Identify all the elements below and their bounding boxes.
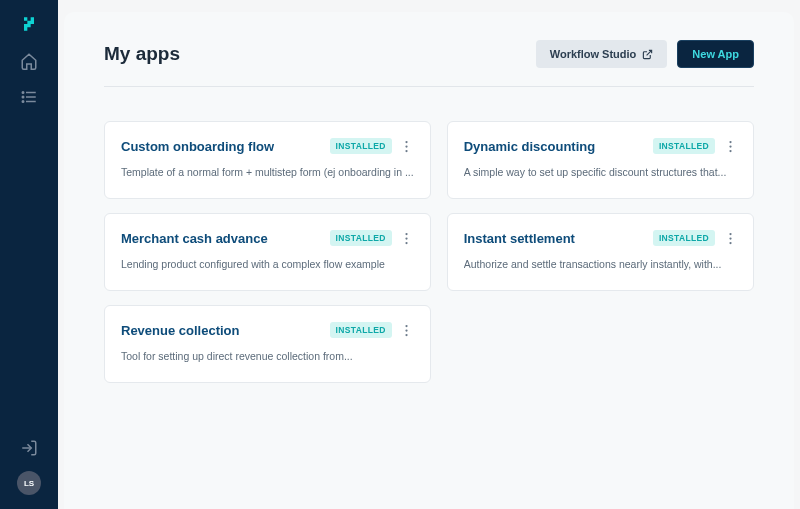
- more-icon[interactable]: [723, 230, 737, 246]
- svg-point-20: [406, 324, 408, 326]
- header: My apps Workflow Studio New App: [104, 40, 754, 87]
- app-card: Instant settlement INSTALLED Authorize a…: [447, 213, 754, 291]
- svg-point-10: [406, 149, 408, 151]
- svg-point-11: [729, 140, 731, 142]
- header-actions: Workflow Studio New App: [536, 40, 754, 68]
- workflow-studio-button[interactable]: Workflow Studio: [536, 40, 668, 68]
- svg-point-16: [406, 241, 408, 243]
- logo-icon[interactable]: [19, 14, 39, 34]
- app-desc: A simple way to set up specific discount…: [464, 166, 737, 178]
- app-desc: Lending product configured with a comple…: [121, 258, 414, 270]
- app-title[interactable]: Revenue collection: [121, 323, 322, 338]
- avatar[interactable]: LS: [17, 471, 41, 495]
- app-desc: Template of a normal form + multistep fo…: [121, 166, 414, 178]
- svg-point-21: [406, 329, 408, 331]
- svg-point-3: [22, 92, 24, 94]
- sidebar: LS: [0, 0, 58, 509]
- app-card: Dynamic discounting INSTALLED A simple w…: [447, 121, 754, 199]
- app-card: Merchant cash advance INSTALLED Lending …: [104, 213, 431, 291]
- svg-point-4: [22, 96, 24, 98]
- svg-point-22: [406, 333, 408, 335]
- app-title[interactable]: Merchant cash advance: [121, 231, 322, 246]
- logout-icon[interactable]: [20, 439, 38, 457]
- app-title[interactable]: Custom onboarding flow: [121, 139, 322, 154]
- svg-point-18: [729, 237, 731, 239]
- installed-badge: INSTALLED: [330, 230, 392, 246]
- more-icon[interactable]: [400, 322, 414, 338]
- installed-badge: INSTALLED: [653, 138, 715, 154]
- new-app-button[interactable]: New App: [677, 40, 754, 68]
- installed-badge: INSTALLED: [330, 138, 392, 154]
- svg-point-12: [729, 145, 731, 147]
- app-desc: Tool for setting up direct revenue colle…: [121, 350, 414, 362]
- more-icon[interactable]: [400, 230, 414, 246]
- external-link-icon: [642, 49, 653, 60]
- apps-grid: Custom onboarding flow INSTALLED Templat…: [104, 121, 754, 383]
- svg-point-19: [729, 241, 731, 243]
- app-card: Custom onboarding flow INSTALLED Templat…: [104, 121, 431, 199]
- workflow-studio-label: Workflow Studio: [550, 48, 637, 60]
- app-card: Revenue collection INSTALLED Tool for se…: [104, 305, 431, 383]
- app-title[interactable]: Instant settlement: [464, 231, 645, 246]
- svg-point-13: [729, 149, 731, 151]
- home-icon[interactable]: [20, 52, 38, 70]
- more-icon[interactable]: [400, 138, 414, 154]
- svg-point-17: [729, 232, 731, 234]
- svg-point-5: [22, 101, 24, 103]
- content-panel: My apps Workflow Studio New App Custom o…: [64, 12, 794, 509]
- svg-point-15: [406, 237, 408, 239]
- more-icon[interactable]: [723, 138, 737, 154]
- svg-point-9: [406, 145, 408, 147]
- list-icon[interactable]: [20, 88, 38, 106]
- new-app-label: New App: [692, 48, 739, 60]
- app-desc: Authorize and settle transactions nearly…: [464, 258, 737, 270]
- svg-point-14: [406, 232, 408, 234]
- installed-badge: INSTALLED: [330, 322, 392, 338]
- installed-badge: INSTALLED: [653, 230, 715, 246]
- page-title: My apps: [104, 43, 180, 65]
- main: My apps Workflow Studio New App Custom o…: [58, 0, 800, 509]
- svg-point-8: [406, 140, 408, 142]
- svg-line-7: [647, 50, 652, 55]
- app-title[interactable]: Dynamic discounting: [464, 139, 645, 154]
